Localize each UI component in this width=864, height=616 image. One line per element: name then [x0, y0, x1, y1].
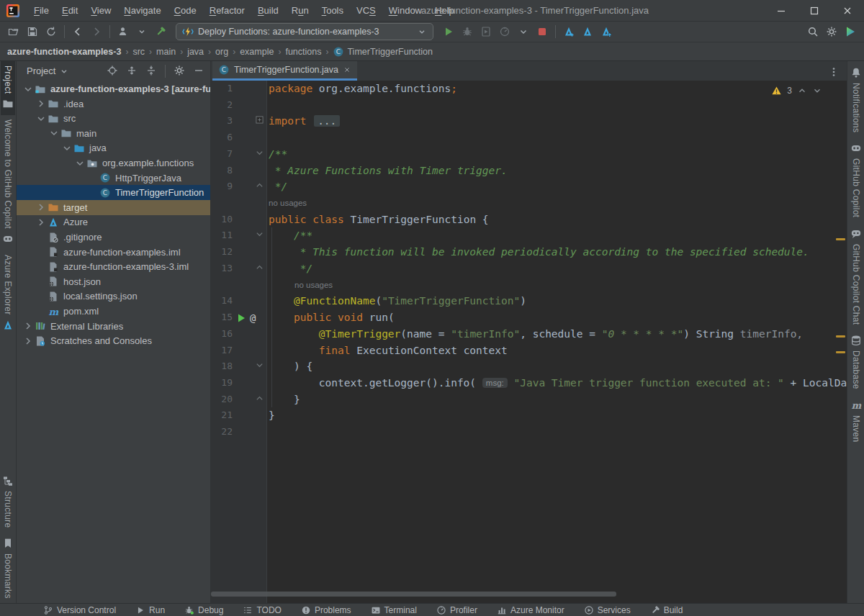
- inlay-hint[interactable]: no usages: [294, 277, 333, 294]
- tree-item-org-example-functions[interactable]: org.example.functions: [17, 155, 210, 171]
- tool-window-button-bookmarks[interactable]: Bookmarks: [1, 532, 15, 603]
- menu-tools[interactable]: Tools: [315, 0, 350, 21]
- tab-timertriggerfunction[interactable]: C TimerTriggerFunction.java: [212, 61, 357, 81]
- azure-a-button[interactable]: [578, 23, 597, 40]
- tool-window-button-version-control[interactable]: Version Control: [43, 605, 116, 615]
- azure-a-add-button[interactable]: [559, 23, 578, 40]
- run-line-icon[interactable]: [235, 312, 247, 324]
- tree-item-host-json[interactable]: host.json: [17, 274, 210, 289]
- tree-item-src[interactable]: src: [17, 111, 210, 126]
- breadcrumb-item-main[interactable]: main: [156, 47, 176, 57]
- tree-item-azure-function-examples-iml[interactable]: azure-function-examples.iml: [17, 245, 210, 260]
- menu-file[interactable]: File: [27, 0, 55, 21]
- tool-window-button-run[interactable]: Run: [135, 605, 165, 615]
- tree-item-external-libraries[interactable]: External Libraries: [17, 319, 210, 334]
- tool-window-button-todo[interactable]: TODO: [243, 605, 281, 615]
- chevron-right-icon[interactable]: [22, 335, 34, 347]
- chevron-right-icon[interactable]: [35, 217, 47, 228]
- code-line-2[interactable]: 2: [211, 97, 847, 114]
- fold-marker-icon[interactable]: [256, 361, 264, 369]
- code-line-12[interactable]: 12 * This function will be invoked perio…: [211, 244, 847, 261]
- plugin-button[interactable]: [841, 23, 860, 40]
- chevron-down-icon[interactable]: [35, 113, 47, 124]
- breadcrumb-item-org[interactable]: org: [215, 47, 228, 57]
- breadcrumb-item-src[interactable]: src: [132, 47, 145, 57]
- menu-navigate[interactable]: Navigate: [117, 0, 167, 21]
- chevron-down-icon[interactable]: [59, 66, 69, 76]
- tool-window-button-debug[interactable]: Debug: [184, 605, 223, 615]
- more-options-icon[interactable]: [827, 65, 841, 79]
- inlay-hint[interactable]: no usages: [269, 195, 307, 212]
- chevron-down-icon[interactable]: [61, 142, 73, 154]
- code-line-16[interactable]: 16 @TimerTrigger(name = "timerInfo", sch…: [211, 326, 847, 343]
- user-button[interactable]: [114, 23, 132, 40]
- close-tab-icon[interactable]: [343, 65, 351, 74]
- tree-item-httptriggerjava[interactable]: CHttpTriggerJava: [17, 171, 210, 186]
- coverage-button[interactable]: [477, 23, 495, 40]
- stop-button[interactable]: [533, 23, 552, 40]
- project-panel-hide-button[interactable]: [192, 63, 206, 78]
- project-panel-expand-all-button[interactable]: [125, 63, 139, 78]
- tool-window-button-problems[interactable]: Problems: [301, 605, 351, 615]
- chevron-right-icon[interactable]: [35, 98, 47, 109]
- tool-window-button-structure[interactable]: Structure: [1, 469, 15, 532]
- tool-window-button-azure-monitor[interactable]: Azure Monitor: [497, 605, 564, 615]
- fold-marker-icon[interactable]: [256, 181, 264, 189]
- breadcrumb-item-functions[interactable]: functions: [285, 47, 321, 57]
- open-button[interactable]: [4, 23, 23, 40]
- warning-stripe-mark[interactable]: [836, 335, 845, 338]
- profiler-button[interactable]: [495, 23, 514, 40]
- code-line-14[interactable]: 14 @FunctionName("TimerTriggerFunction"): [211, 293, 847, 309]
- breadcrumb-item-timertriggerfunction[interactable]: CTimerTriggerFunction: [333, 46, 433, 58]
- tool-window-button-notifications[interactable]: Notifications: [849, 61, 863, 137]
- tool-window-button-database[interactable]: Database: [849, 329, 863, 394]
- tool-window-button-github-copilot[interactable]: GitHub Copilot: [849, 137, 863, 222]
- code-line-6[interactable]: 6: [211, 130, 847, 146]
- code-line-1[interactable]: 1package org.example.functions;: [211, 81, 847, 97]
- code-area[interactable]: 1package org.example.functions;23import …: [211, 81, 847, 603]
- tool-window-button-build[interactable]: Build: [650, 605, 683, 615]
- chevron-right-icon[interactable]: [22, 320, 34, 332]
- warning-stripe-mark[interactable]: [836, 238, 845, 240]
- menu-build[interactable]: Build: [251, 0, 285, 21]
- tool-window-button-azure-explorer[interactable]: Azure Explorer: [1, 250, 15, 337]
- chevron-down-icon[interactable]: [22, 83, 34, 95]
- tree-item-java[interactable]: java: [17, 140, 210, 155]
- debug-button[interactable]: [458, 23, 477, 40]
- warning-stripe-mark[interactable]: [836, 351, 845, 353]
- code-line-7[interactable]: 7/**: [211, 146, 847, 163]
- caret-down-button[interactable]: [514, 23, 533, 40]
- tool-window-button-maven[interactable]: mMaven: [849, 394, 863, 447]
- fold-expand-icon[interactable]: [256, 116, 264, 124]
- editor[interactable]: C TimerTriggerFunction.java 3 1package o…: [211, 61, 847, 603]
- tree-item-main[interactable]: main: [17, 126, 210, 141]
- tool-window-button-welcome-to-github-copilot[interactable]: Welcome to GitHub Copilot: [1, 115, 15, 250]
- forward-button[interactable]: [87, 23, 106, 40]
- code-line-17[interactable]: 17 final ExecutionContext context: [211, 343, 847, 359]
- hammer-green-button[interactable]: [151, 23, 170, 40]
- code-line-3[interactable]: 3import ...: [211, 113, 847, 130]
- code-line-11[interactable]: 11 /**: [211, 227, 847, 244]
- save-button[interactable]: [23, 23, 42, 40]
- tool-window-button-project[interactable]: Project: [1, 61, 15, 115]
- run-gutter[interactable]: @: [235, 312, 256, 324]
- tree-item-azure-function-examples-3-iml[interactable]: azure-function-examples-3.iml: [17, 259, 210, 274]
- fold-marker-icon[interactable]: [256, 263, 264, 271]
- breadcrumb-item-example[interactable]: example: [240, 47, 274, 57]
- menu-vcs[interactable]: VCS: [350, 0, 382, 21]
- fold-marker-icon[interactable]: [256, 230, 264, 238]
- code-line-9[interactable]: 9 */: [211, 178, 847, 195]
- fold-marker-icon[interactable]: [256, 149, 264, 157]
- menu-run[interactable]: Run: [285, 0, 315, 21]
- menu-edit[interactable]: Edit: [55, 0, 84, 21]
- chevron-right-icon[interactable]: [35, 201, 47, 213]
- user-caret-button[interactable]: [132, 23, 151, 40]
- project-panel-gear-button[interactable]: [172, 63, 186, 78]
- tree-item-timertriggerfunction[interactable]: CTimerTriggerFunction: [17, 185, 210, 200]
- code-line-8[interactable]: 8 * Azure Functions with Timer trigger.: [211, 163, 847, 179]
- sync-button[interactable]: [42, 23, 60, 40]
- tree-item-gitignore[interactable]: .gitignore: [17, 230, 210, 245]
- code-line-19[interactable]: 19 context.getLogger().info( msg: "Java …: [211, 375, 847, 391]
- close-button[interactable]: [831, 0, 864, 21]
- menu-code[interactable]: Code: [168, 0, 203, 21]
